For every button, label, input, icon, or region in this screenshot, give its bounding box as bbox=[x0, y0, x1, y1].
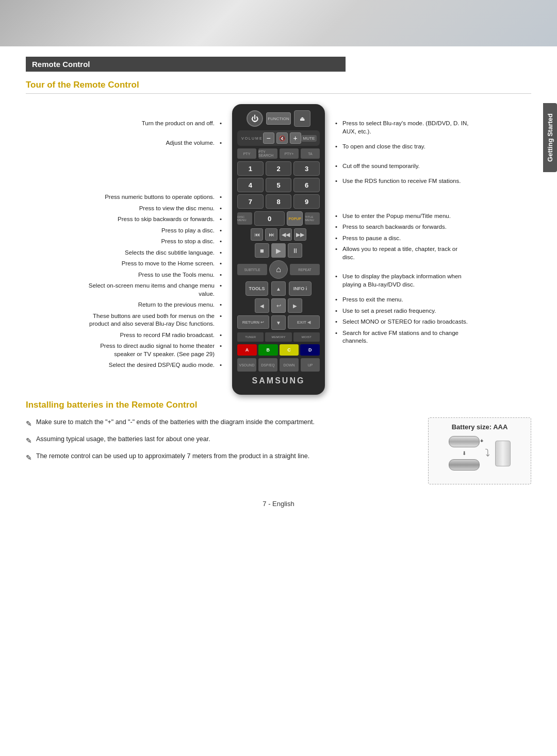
eject-button[interactable]: ⏏ bbox=[294, 110, 310, 127]
mute-label[interactable]: MUTE bbox=[301, 135, 317, 142]
return-button[interactable]: RETURN ↩ bbox=[237, 315, 269, 329]
left-ann-11: Press to move to the Home screen. bbox=[88, 260, 222, 268]
nav-down-button[interactable]: ▼ bbox=[271, 315, 286, 330]
left-ann-17: Press to direct audio signal to home the… bbox=[88, 342, 222, 358]
prev-button[interactable]: ◀◀ bbox=[280, 228, 292, 241]
battery-illustration: + ⬇ ⤵ bbox=[449, 436, 511, 471]
num-0-button[interactable]: 0 bbox=[254, 211, 285, 226]
page-footer: 7 - English bbox=[26, 500, 531, 508]
right-ann-7: Press to search backwards or forwards. bbox=[335, 223, 469, 231]
num-8-button[interactable]: 8 bbox=[266, 194, 292, 209]
page-number: 7 bbox=[263, 500, 266, 508]
exit-button[interactable]: EXIT ◀ bbox=[288, 315, 320, 329]
pty-button[interactable]: PTY bbox=[237, 148, 256, 159]
left-ann-10: Selects the disc subtitle language. bbox=[88, 249, 222, 257]
nav-right-button[interactable]: ▶ bbox=[288, 298, 302, 313]
right-ann-15: Use to set a preset radio frequency. bbox=[335, 307, 469, 315]
mute-icon-btn[interactable]: 🔇 bbox=[276, 132, 288, 144]
num-3-button[interactable]: 3 bbox=[293, 161, 320, 176]
numeric-keypad: 1 2 3 4 5 6 7 8 9 bbox=[237, 161, 320, 209]
info-button[interactable]: INFO i bbox=[289, 281, 312, 296]
home-button[interactable]: ⌂ bbox=[269, 260, 288, 279]
color-a-button[interactable]: A bbox=[237, 344, 257, 356]
right-ann-4: Use the RDS function to receive FM stati… bbox=[335, 177, 469, 186]
left-ann-18: Select the desired DSP/EQ audio mode. bbox=[88, 361, 222, 369]
header-banner bbox=[0, 0, 557, 46]
popup-button[interactable]: POPUP bbox=[287, 211, 303, 226]
tour-heading: Tour of the Remote Control bbox=[26, 80, 531, 94]
function-button[interactable]: FUNCTION bbox=[266, 112, 291, 125]
eject-icon: ⏏ bbox=[300, 115, 305, 122]
nav-up-button[interactable]: ▲ bbox=[271, 281, 286, 296]
left-ann-12: Press to use the Tools menu. bbox=[88, 271, 222, 279]
num-5-button[interactable]: 5 bbox=[266, 178, 292, 192]
volume-plus-button[interactable]: + bbox=[290, 132, 301, 144]
disc-menu-button[interactable]: DISC MENU bbox=[237, 212, 252, 225]
sound-row: VSOUND DSP/EQ DOWN UP bbox=[237, 358, 320, 372]
right-ann-10: Allows you to repeat a title, chapter, t… bbox=[335, 245, 469, 261]
diagram-area: Turn the product on and off. Adjust the … bbox=[26, 104, 531, 395]
volume-controls: − 🔇 + bbox=[263, 132, 301, 144]
power-button[interactable]: ⏻ bbox=[247, 110, 263, 127]
num-2-button[interactable]: 2 bbox=[266, 161, 292, 176]
pty-plus-button[interactable]: PTY+ bbox=[280, 148, 299, 159]
repeat-button[interactable]: REPEAT bbox=[290, 264, 320, 275]
remote-body: ⏻ FUNCTION ⏏ VOLUME − bbox=[232, 104, 325, 395]
tools-button[interactable]: TOOLS bbox=[245, 281, 268, 296]
left-ann-6: Press to view the disc menu. bbox=[88, 205, 222, 213]
moist-button[interactable]: MOIST bbox=[293, 332, 320, 342]
right-ann-2: To open and close the disc tray. bbox=[335, 143, 469, 151]
right-ann-17: Search for active FM stations and to cha… bbox=[335, 329, 469, 345]
right-annotations: Press to select Blu-ray's mode. (BD/DVD,… bbox=[335, 104, 469, 395]
playback-row: ■ ▶ ⏸ bbox=[237, 243, 320, 258]
battery-item-2: ✎ Assuming typical usage, the batteries … bbox=[26, 434, 413, 446]
footer-separator: - bbox=[268, 500, 272, 508]
fast-fwd-button[interactable]: ⏭ bbox=[265, 228, 277, 241]
battery-item-1: ✎ Make sure to match the "+" and "-" end… bbox=[26, 417, 413, 429]
disc-zero-row: DISC MENU 0 POPUP TITLE MENU bbox=[237, 211, 320, 226]
down-button[interactable]: DOWN bbox=[280, 358, 299, 372]
num-6-button[interactable]: 6 bbox=[293, 178, 320, 192]
section-title: Remote Control bbox=[32, 60, 90, 69]
power-icon: ⏻ bbox=[251, 114, 258, 123]
play-button[interactable]: ▶ bbox=[271, 243, 286, 258]
volume-minus-button[interactable]: − bbox=[263, 132, 274, 144]
vsound-button[interactable]: VSOUND bbox=[237, 358, 256, 372]
pty-search-button[interactable]: PTY SEARCH bbox=[258, 148, 277, 159]
right-ann-6: Use to enter the Popup menu/Title menu. bbox=[335, 212, 469, 221]
subtitle-button[interactable]: SUBTITLE bbox=[237, 264, 267, 275]
remote-control: ⏻ FUNCTION ⏏ VOLUME − bbox=[222, 104, 335, 395]
color-c-button[interactable]: C bbox=[280, 344, 299, 356]
side-tab-label: Getting Started bbox=[546, 113, 554, 162]
num-1-button[interactable]: 1 bbox=[237, 161, 264, 176]
main-content: Remote Control Tour of the Remote Contro… bbox=[0, 46, 557, 528]
num-4-button[interactable]: 4 bbox=[237, 178, 264, 192]
title-menu-button[interactable]: TITLE MENU bbox=[305, 212, 320, 225]
pause-button[interactable]: ⏸ bbox=[288, 243, 302, 258]
right-ann-3: Cut off the sound temporarily. bbox=[335, 162, 469, 171]
num-9-button[interactable]: 9 bbox=[293, 194, 320, 209]
ta-button[interactable]: TA bbox=[301, 148, 320, 159]
skip-back-button[interactable]: ⏮ bbox=[251, 228, 263, 241]
right-ann-12: Use to display the playback information … bbox=[335, 273, 469, 289]
nav-enter-button[interactable]: ↩ bbox=[271, 298, 286, 313]
color-b-button[interactable]: B bbox=[258, 344, 278, 356]
left-ann-15: These buttons are used both for menus on… bbox=[88, 312, 222, 328]
up-button[interactable]: UP bbox=[301, 358, 320, 372]
stop-button[interactable]: ■ bbox=[255, 243, 269, 258]
color-d-button[interactable]: D bbox=[300, 344, 320, 356]
memory-button[interactable]: MEMORY bbox=[265, 332, 291, 342]
battery-bullet-icon-3: ✎ bbox=[26, 452, 32, 463]
battery-text-2: Assuming typical usage, the batteries la… bbox=[36, 434, 210, 444]
right-ann-14: Press to exit the menu. bbox=[335, 296, 469, 304]
dspeq-button[interactable]: DSP/EQ bbox=[258, 358, 277, 372]
function-label: FUNCTION bbox=[268, 116, 289, 121]
plus-icon: + bbox=[293, 134, 297, 142]
left-ann-5: Press numeric buttons to operate options… bbox=[88, 193, 222, 201]
left-ann-8: Press to play a disc. bbox=[88, 227, 222, 235]
nav-left-button[interactable]: ◀ bbox=[255, 298, 269, 313]
num-7-button[interactable]: 7 bbox=[237, 194, 264, 209]
footer-language: English bbox=[272, 500, 294, 508]
next-button[interactable]: ▶▶ bbox=[294, 228, 306, 241]
tuner-memory-row: TUNER MEMORY MOIST bbox=[237, 332, 320, 342]
